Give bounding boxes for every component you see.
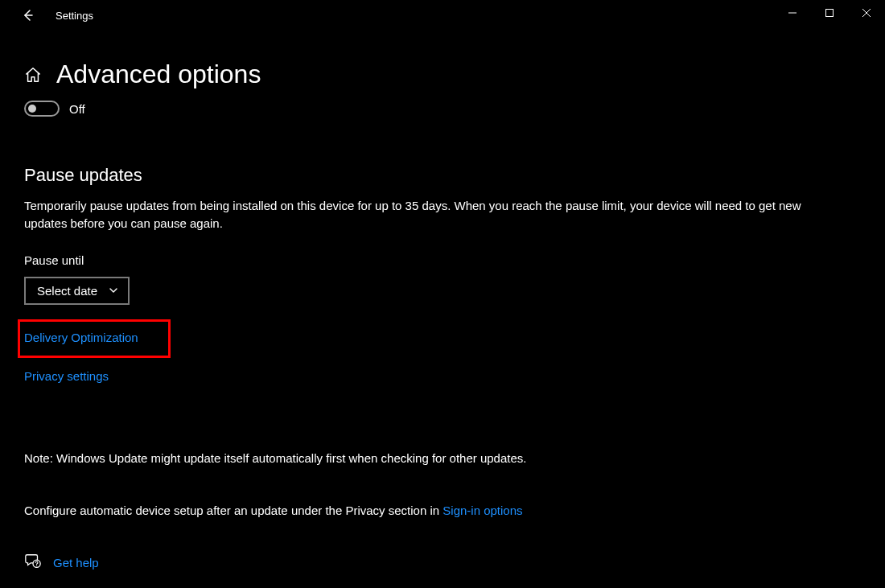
chevron-down-icon — [109, 284, 118, 298]
svg-rect-2 — [826, 10, 834, 17]
chat-help-icon — [24, 553, 42, 574]
toggle-label: Off — [69, 102, 85, 116]
select-date-label: Select date — [37, 284, 97, 298]
get-help-link[interactable]: Get help — [53, 556, 99, 569]
pause-updates-heading: Pause updates — [24, 165, 861, 186]
close-button[interactable] — [848, 0, 885, 26]
pause-updates-description: Temporarily pause updates from being ins… — [24, 197, 837, 232]
toggle-knob — [28, 105, 36, 113]
delivery-optimization-link[interactable]: Delivery Optimization — [24, 331, 138, 344]
configure-text-static: Configure automatic device setup after a… — [24, 504, 442, 517]
maximize-button[interactable] — [811, 0, 848, 26]
home-icon[interactable] — [24, 66, 42, 84]
maximize-icon — [825, 9, 834, 17]
close-icon — [862, 9, 871, 17]
pause-until-label: Pause until — [24, 253, 861, 267]
metered-toggle[interactable] — [24, 101, 60, 117]
note-text: Note: Windows Update might update itself… — [24, 451, 861, 465]
pause-until-select[interactable]: Select date — [24, 277, 130, 305]
minimize-icon — [788, 9, 796, 17]
configure-text: Configure automatic device setup after a… — [24, 504, 861, 517]
signin-options-link[interactable]: Sign-in options — [442, 504, 522, 517]
window-title: Settings — [56, 10, 93, 22]
back-arrow-icon — [21, 9, 34, 22]
svg-point-6 — [36, 565, 37, 565]
page-title: Advanced options — [56, 60, 261, 89]
minimize-button[interactable] — [774, 0, 811, 26]
back-button[interactable] — [12, 0, 43, 31]
privacy-settings-link[interactable]: Privacy settings — [24, 369, 109, 383]
